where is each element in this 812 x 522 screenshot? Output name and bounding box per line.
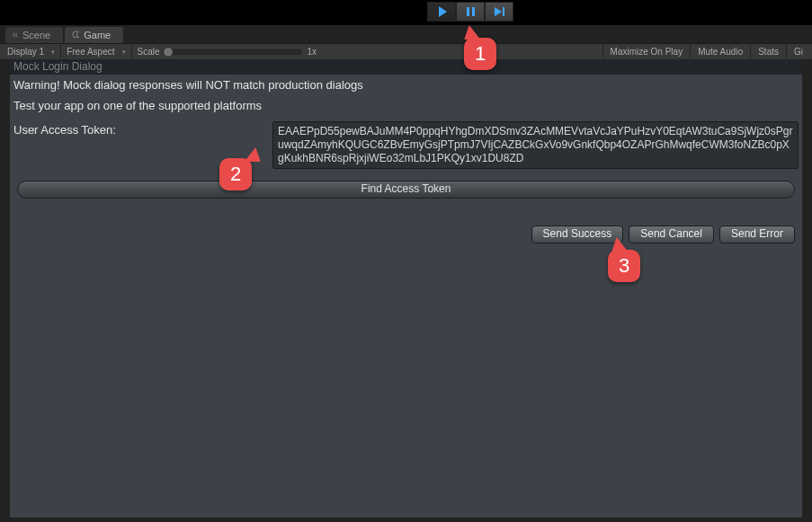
panel-body: Warning! Mock dialog responses will NOT … — [10, 75, 802, 245]
chevron-down-icon: ▾ — [51, 49, 55, 56]
gizmos-label: Gi — [794, 47, 803, 57]
tab-scene[interactable]: ⌗ Scene — [5, 27, 63, 43]
token-input[interactable]: EAAEPpD55pewBAJuMM4P0ppqHYhgDmXDSmv3ZAcM… — [272, 121, 799, 169]
transport-controls — [427, 2, 513, 22]
annotation-label: 1 — [475, 42, 486, 66]
callout-arrow-icon — [464, 25, 483, 40]
right-options: Maximize On Play Mute Audio Stats Gi — [602, 45, 810, 58]
token-label: User Access Token: — [13, 121, 265, 137]
grid-icon: ⌗ — [13, 30, 18, 40]
maximize-toggle[interactable]: Maximize On Play — [602, 45, 691, 58]
token-row: User Access Token: EAAEPpD55pewBAJuMM4P0… — [13, 121, 799, 169]
annotation-label: 3 — [619, 254, 629, 278]
scale-control: Scale 1x — [138, 47, 317, 57]
panel-title: Mock Login Dialog — [10, 59, 802, 75]
tab-bar: ⌗ Scene ᗧ Game — [0, 25, 812, 44]
mute-label: Mute Audio — [698, 47, 743, 57]
chevron-down-icon: ▾ — [122, 49, 126, 56]
tab-game[interactable]: ᗧ Game — [65, 27, 123, 43]
gizmos-toggle[interactable]: Gi — [786, 45, 810, 58]
send-success-button[interactable]: Send Success — [531, 226, 624, 243]
tab-label: Scene — [22, 30, 50, 40]
platform-text: Test your app on one of the supported pl… — [13, 93, 799, 118]
pause-button[interactable] — [456, 2, 485, 22]
annotation-1: 1 — [464, 38, 496, 70]
send-row: Send Success Send Cancel Send Error — [17, 226, 795, 243]
maximize-label: Maximize On Play — [611, 47, 683, 57]
annotation-label: 2 — [230, 163, 241, 186]
slider-thumb[interactable] — [163, 47, 174, 58]
find-token-button[interactable]: Find Access Token — [17, 181, 795, 199]
callout-arrow-icon — [241, 147, 260, 162]
send-error-button[interactable]: Send Error — [719, 226, 795, 243]
display-dropdown[interactable]: Display 1 ▾ — [2, 45, 61, 58]
scale-value: 1x — [308, 47, 317, 57]
mute-toggle[interactable]: Mute Audio — [690, 45, 750, 58]
play-button[interactable] — [427, 2, 456, 22]
aspect-dropdown[interactable]: Free Aspect ▾ — [61, 45, 131, 58]
play-icon — [439, 6, 447, 17]
aspect-label: Free Aspect — [67, 47, 114, 57]
pacman-icon: ᗧ — [72, 30, 79, 40]
annotation-3: 3 — [608, 250, 640, 282]
step-button[interactable] — [485, 2, 513, 22]
display-label: Display 1 — [7, 47, 44, 57]
pause-icon — [467, 7, 475, 16]
annotation-2: 2 — [219, 158, 252, 190]
game-options-bar: Display 1 ▾ Free Aspect ▾ Scale 1x Maxim… — [0, 44, 812, 59]
stats-label: Stats — [758, 47, 779, 57]
scale-slider[interactable] — [165, 49, 302, 55]
stats-toggle[interactable]: Stats — [750, 45, 786, 58]
tab-label: Game — [84, 30, 111, 40]
callout-arrow-icon — [611, 237, 630, 252]
game-view: Mock Login Dialog Warning! Mock dialog r… — [10, 59, 802, 518]
warning-text: Warning! Mock dialog responses will NOT … — [13, 76, 799, 93]
scale-label: Scale — [138, 47, 160, 57]
step-icon — [495, 7, 504, 16]
send-cancel-button[interactable]: Send Cancel — [629, 226, 714, 243]
top-toolbar — [0, 0, 812, 25]
